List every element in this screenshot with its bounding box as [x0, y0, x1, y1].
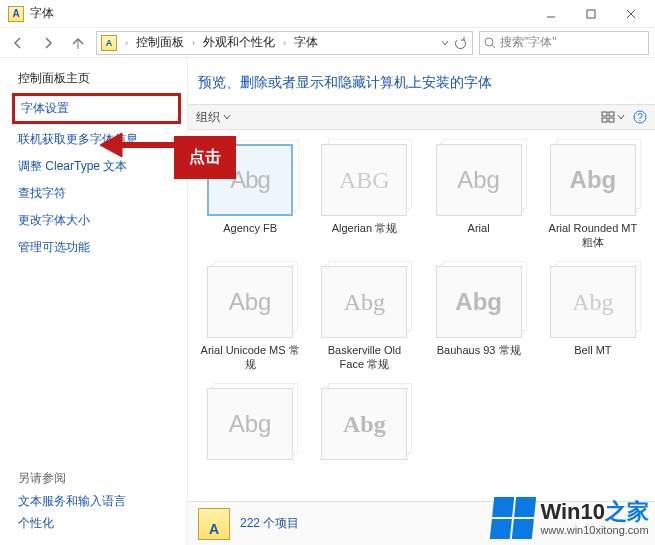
font-label	[200, 466, 300, 494]
search-placeholder: 搜索"字体"	[500, 34, 644, 51]
font-label: Arial Rounded MT 粗体	[543, 222, 643, 250]
status-bar: A 222 个项目	[188, 501, 655, 545]
highlight-box: 字体设置	[12, 93, 181, 124]
font-label: Arial	[429, 222, 529, 250]
svg-rect-10	[609, 118, 614, 122]
titlebar: A 字体	[0, 0, 655, 28]
font-grid: AbgAgency FBABGAlgerian 常规AbgArialAbgAri…	[188, 130, 655, 501]
font-thumbnail: Abg	[321, 388, 407, 460]
back-button[interactable]	[6, 31, 30, 55]
svg-line-6	[492, 45, 495, 48]
sidebar-item-optional[interactable]: 管理可选功能	[18, 239, 177, 256]
maximize-button[interactable]	[571, 2, 611, 26]
font-label: Arial Unicode MS 常规	[200, 344, 300, 372]
window-title: 字体	[30, 5, 54, 22]
sidebar-item-font-settings[interactable]: 字体设置	[21, 100, 174, 117]
breadcrumb-part[interactable]: 外观和个性化	[201, 34, 277, 51]
see-also-text-services[interactable]: 文本服务和输入语言	[18, 493, 177, 510]
font-item[interactable]: AbgArial Unicode MS 常规	[196, 262, 304, 376]
svg-rect-7	[602, 112, 607, 116]
chevron-right-icon: ›	[121, 38, 132, 48]
content: 控制面板主页 字体设置 联机获取更多字体信息 调整 ClearType 文本 查…	[0, 58, 655, 545]
organize-button[interactable]: 组织	[196, 109, 232, 126]
chevron-right-icon: ›	[188, 38, 199, 48]
view-button[interactable]	[601, 110, 625, 124]
breadcrumb-icon: A	[101, 35, 117, 51]
navbar: A › 控制面板 › 外观和个性化 › 字体 搜索"字体"	[0, 28, 655, 58]
font-thumbnail: Abg	[550, 266, 636, 338]
font-label: Bell MT	[543, 344, 643, 372]
font-item[interactable]: Abg	[196, 384, 304, 498]
svg-text:?: ?	[637, 112, 643, 123]
chevron-down-icon[interactable]	[440, 38, 450, 48]
font-label: Bauhaus 93 常规	[429, 344, 529, 372]
folder-icon: A	[198, 508, 230, 540]
font-thumbnail: Abg	[207, 388, 293, 460]
font-thumbnail: Abg	[321, 266, 407, 338]
window-icon: A	[8, 6, 24, 22]
font-thumbnail: Abg	[207, 144, 293, 216]
font-thumbnail: ABG	[321, 144, 407, 216]
sidebar: 控制面板主页 字体设置 联机获取更多字体信息 调整 ClearType 文本 查…	[0, 58, 188, 545]
close-button[interactable]	[611, 2, 651, 26]
font-item[interactable]: AbgAgency FB	[196, 140, 304, 254]
svg-rect-8	[609, 112, 614, 116]
font-item[interactable]: AbgBaskerville Old Face 常规	[310, 262, 418, 376]
font-item[interactable]: AbgArial Rounded MT 粗体	[539, 140, 647, 254]
see-also-personalization[interactable]: 个性化	[18, 515, 177, 532]
help-button[interactable]: ?	[633, 110, 647, 124]
chevron-down-icon	[222, 112, 232, 122]
font-thumbnail: Abg	[436, 144, 522, 216]
font-thumbnail: Abg	[436, 266, 522, 338]
font-label: Algerian 常规	[314, 222, 414, 250]
font-item[interactable]: AbgArial	[425, 140, 533, 254]
toolbar: 组织 ?	[188, 104, 655, 130]
breadcrumb[interactable]: A › 控制面板 › 外观和个性化 › 字体	[96, 31, 473, 55]
sidebar-item-online-fonts[interactable]: 联机获取更多字体信息	[18, 131, 177, 148]
font-item[interactable]: AbgBauhaus 93 常规	[425, 262, 533, 376]
font-item[interactable]: Abg	[310, 384, 418, 498]
breadcrumb-part[interactable]: 控制面板	[134, 34, 186, 51]
see-also: 另请参阅 文本服务和输入语言 个性化	[18, 452, 177, 537]
sidebar-heading: 控制面板主页	[18, 70, 177, 87]
font-thumbnail: Abg	[207, 266, 293, 338]
up-button[interactable]	[66, 31, 90, 55]
sidebar-item-find-char[interactable]: 查找字符	[18, 185, 177, 202]
forward-button[interactable]	[36, 31, 60, 55]
refresh-icon[interactable]	[454, 37, 466, 49]
font-label	[314, 466, 414, 494]
page-description: 预览、删除或者显示和隐藏计算机上安装的字体	[188, 58, 655, 104]
svg-rect-9	[602, 118, 607, 122]
font-item[interactable]: ABGAlgerian 常规	[310, 140, 418, 254]
status-count: 222 个项目	[240, 515, 299, 532]
font-label: Agency FB	[200, 222, 300, 250]
chevron-down-icon	[617, 113, 625, 121]
font-label: Baskerville Old Face 常规	[314, 344, 414, 372]
svg-rect-1	[587, 10, 595, 18]
font-thumbnail: Abg	[550, 144, 636, 216]
minimize-button[interactable]	[531, 2, 571, 26]
search-icon	[484, 37, 496, 49]
breadcrumb-part[interactable]: 字体	[292, 34, 320, 51]
sidebar-item-font-size[interactable]: 更改字体大小	[18, 212, 177, 229]
font-item[interactable]: AbgBell MT	[539, 262, 647, 376]
sidebar-item-cleartype[interactable]: 调整 ClearType 文本	[18, 158, 177, 175]
search-input[interactable]: 搜索"字体"	[479, 31, 649, 55]
chevron-right-icon: ›	[279, 38, 290, 48]
see-also-heading: 另请参阅	[18, 470, 177, 487]
svg-point-5	[485, 38, 493, 46]
main-area: 预览、删除或者显示和隐藏计算机上安装的字体 组织 ? AbgAgency FBA…	[188, 58, 655, 545]
